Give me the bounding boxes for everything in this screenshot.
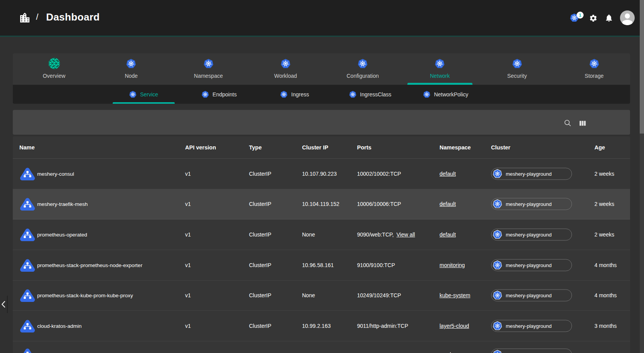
table-body: meshery-consulv1ClusterIP10.107.90.22310… <box>13 159 630 353</box>
resource-tabs: OverviewNodeNamespaceWorkloadConfigurati… <box>13 53 630 85</box>
service-name: prometheus-stack-kube-prom-kube-proxy <box>37 293 133 298</box>
kubernetes-icon <box>280 91 288 98</box>
service-name: prometheus-stack-prometheus-node-exporte… <box>37 262 143 268</box>
api-version: v1 <box>185 171 191 177</box>
column-header-api-version[interactable]: API version <box>185 144 216 151</box>
namespace-cell: layer5-cloud <box>440 323 469 329</box>
namespace-cell: default <box>440 171 456 177</box>
service-icon <box>20 319 35 333</box>
kubernetes-dashboard: / Dashboard 1 OverviewNodeNamespaceWorkl… <box>0 0 644 353</box>
tab-node[interactable]: Node <box>93 53 170 85</box>
view-columns-icon[interactable] <box>579 120 586 127</box>
table-row[interactable]: mesherymeshery-playground <box>13 341 630 353</box>
ports: 9100/9100:TCP <box>357 262 395 268</box>
namespace-link[interactable]: kube-system <box>440 292 470 298</box>
view-all-ports-link[interactable]: View all <box>397 231 415 238</box>
cluster-chip[interactable]: meshery-playground <box>491 229 572 241</box>
column-header-cluster-ip[interactable]: Cluster IP <box>302 144 328 151</box>
settings-icon[interactable] <box>589 14 598 22</box>
table-row[interactable]: meshery-consulv1ClusterIP10.107.90.22310… <box>13 159 630 189</box>
subtab-label: NetworkPolicy <box>434 91 469 98</box>
tab-overview[interactable]: Overview <box>15 53 93 85</box>
column-header-age[interactable]: Age <box>594 144 605 151</box>
column-header-name[interactable]: Name <box>19 144 35 151</box>
table-row[interactable]: prometheus-stack-prometheus-node-exporte… <box>13 250 630 281</box>
subtab-endpoints[interactable]: Endpoints <box>181 85 257 104</box>
network-subtabs: ServiceEndpointsIngressIngressClassNetwo… <box>13 85 630 104</box>
cluster-chip[interactable]: meshery-playground <box>491 168 572 180</box>
column-header-ports[interactable]: Ports <box>357 144 371 151</box>
search-icon[interactable] <box>564 119 572 127</box>
building-icon[interactable] <box>19 12 31 24</box>
subtab-service[interactable]: Service <box>106 85 181 104</box>
tab-namespace[interactable]: Namespace <box>170 53 247 85</box>
subtab-label: Endpoints <box>213 91 237 98</box>
kubernetes-icon <box>279 57 292 70</box>
service-type: ClusterIP <box>249 323 271 329</box>
service-name: prometheus-operated <box>37 232 87 238</box>
age: 4 months <box>594 292 617 298</box>
namespace-link[interactable]: monitoring <box>440 262 465 268</box>
namespace-link[interactable]: default <box>440 201 456 207</box>
cluster-chip[interactable]: meshery-playground <box>491 290 572 302</box>
subtab-ingress[interactable]: Ingress <box>257 85 332 104</box>
kubernetes-icon <box>434 57 446 70</box>
ports-value: 9100/9100:TCP <box>357 262 395 268</box>
collapse-drawer-chevron-icon[interactable] <box>1 301 5 308</box>
subtab-ingressclass[interactable]: IngressClass <box>332 85 408 104</box>
cluster-name: meshery-playground <box>506 201 552 207</box>
namespace-cell: meshery <box>440 351 460 353</box>
tab-configuration[interactable]: Configuration <box>324 53 401 85</box>
service-type: ClusterIP <box>249 292 271 298</box>
table-row[interactable]: cloud-kratos-adminv1ClusterIP10.99.2.163… <box>13 311 630 341</box>
resource-tabs-panel: OverviewNodeNamespaceWorkloadConfigurati… <box>13 53 630 104</box>
cluster-chip[interactable]: meshery-playground <box>491 259 572 271</box>
notifications-bell-icon[interactable] <box>605 14 613 22</box>
namespace-link[interactable]: default <box>440 171 456 177</box>
age: 2 weeks <box>594 171 614 177</box>
ports: 9090/web:TCP,View all <box>357 231 415 238</box>
subtab-label: Ingress <box>291 91 309 98</box>
service-name: meshery-traefik-mesh <box>37 201 88 207</box>
ports: 9011/http-admin:TCP <box>357 323 408 329</box>
age: 3 months <box>594 323 617 329</box>
user-avatar[interactable] <box>620 10 635 25</box>
subtab-label: Service <box>140 91 158 98</box>
cluster-chip[interactable]: meshery-playground <box>491 198 572 210</box>
ports-value: 9090/web:TCP, <box>357 231 394 238</box>
page-title: Dashboard <box>46 11 100 23</box>
tab-workload[interactable]: Workload <box>247 53 324 85</box>
subtab-networkpolicy[interactable]: NetworkPolicy <box>408 85 483 104</box>
column-header-namespace[interactable]: Namespace <box>440 144 471 151</box>
scrollbar-thumb[interactable] <box>640 0 644 134</box>
namespace-link[interactable]: layer5-cloud <box>440 323 469 329</box>
namespace-link[interactable]: default <box>440 231 456 238</box>
kubernetes-icon <box>493 230 502 240</box>
namespace-cell: default <box>440 231 456 238</box>
tab-network[interactable]: Network <box>401 53 478 85</box>
cluster-name: meshery-playground <box>506 323 552 329</box>
cluster-chip[interactable]: meshery-playground <box>491 349 572 353</box>
service-type: ClusterIP <box>249 201 271 207</box>
ports: 10006/10006:TCP <box>357 201 401 207</box>
active-subtab-indicator <box>113 102 175 104</box>
column-header-type[interactable]: Type <box>249 144 262 151</box>
table-row[interactable]: prometheus-stack-kube-prom-kube-proxyv1C… <box>13 281 630 311</box>
cluster-ip: 10.104.119.152 <box>302 201 339 207</box>
tab-label: Workload <box>274 73 297 79</box>
service-icon <box>20 228 35 242</box>
age: 2 weeks <box>594 201 614 207</box>
api-version: v1 <box>185 262 191 268</box>
api-version: v1 <box>185 323 191 329</box>
column-header-cluster[interactable]: Cluster <box>491 144 510 151</box>
table-row[interactable]: prometheus-operatedv1ClusterIPNone9090/w… <box>13 219 630 250</box>
namespace-link[interactable]: meshery <box>440 351 460 353</box>
cluster-chip[interactable]: meshery-playground <box>491 320 572 332</box>
table-row[interactable]: meshery-traefik-meshv1ClusterIP10.104.11… <box>13 189 630 220</box>
service-name: meshery-consul <box>37 171 74 176</box>
page-scrollbar[interactable] <box>640 0 644 353</box>
age: 2 weeks <box>594 231 614 238</box>
tab-security[interactable]: Security <box>479 53 556 85</box>
kubernetes-icon <box>202 57 215 70</box>
tab-storage[interactable]: Storage <box>556 53 630 85</box>
